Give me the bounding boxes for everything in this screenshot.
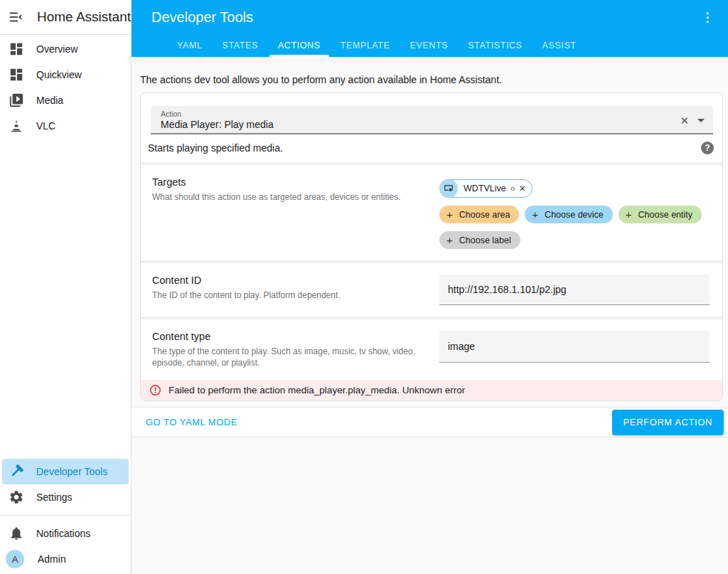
perform-action-button[interactable]: PERFORM ACTION [612, 410, 724, 435]
bell-icon [8, 525, 25, 542]
sidebar-item-label: Settings [36, 491, 73, 503]
tab-states[interactable]: STATES [213, 34, 268, 57]
sidebar-item-overview[interactable]: Overview [2, 36, 129, 62]
sidebar-bottom: Developer Tools Settings Notifications A… [0, 459, 131, 574]
app-title: Home Assistant [34, 9, 131, 25]
media-icon [8, 92, 25, 109]
clear-action-icon[interactable]: ✕ [680, 115, 689, 126]
tab-bar: YAML STATES ACTIONS TEMPLATE EVENTS STAT… [132, 34, 728, 57]
target-entity-chip[interactable]: WDTVLive ‹› ✕ [439, 179, 532, 198]
avatar: A [6, 550, 24, 568]
targets-description: What should this action use as targeted … [152, 191, 422, 203]
hammer-icon [8, 463, 25, 480]
tab-statistics[interactable]: STATISTICS [458, 34, 532, 57]
action-field-label: Action [161, 110, 680, 119]
sidebar-item-settings[interactable]: Settings [2, 484, 129, 510]
choose-entity-label: Choose entity [638, 210, 692, 220]
sidebar-item-label: Overview [36, 43, 77, 55]
sidebar-item-label: Notifications [36, 528, 90, 539]
vlc-cone-icon [8, 117, 25, 134]
expand-entity-icon[interactable]: ‹› [510, 184, 515, 193]
action-description: Starts playing specified media. [148, 142, 283, 154]
page-title: Developer Tools [151, 9, 253, 26]
sidebar-item-label: Media [36, 95, 63, 106]
action-card: Action Media Player: Play media ✕ Starts… [140, 92, 723, 401]
sidebar-item-vlc[interactable]: VLC [2, 113, 129, 139]
error-alert: Failed to perform the action media_playe… [141, 380, 722, 400]
app-root: Home Assistant Overview Quickview Media [0, 0, 728, 574]
plus-icon: + [446, 209, 453, 220]
go-to-yaml-mode-link[interactable]: GO TO YAML MODE [146, 417, 237, 427]
error-message: Failed to perform the action media_playe… [168, 385, 465, 395]
sidebar-item-label: Admin [38, 553, 66, 565]
choose-label-label: Choose label [459, 235, 511, 245]
selected-target-row: WDTVLive ‹› ✕ [439, 179, 711, 198]
sidebar-item-label: VLC [36, 120, 55, 132]
help-icon[interactable]: ? [701, 142, 714, 154]
sidebar-item-developer-tools[interactable]: Developer Tools [2, 459, 129, 484]
dashboard-icon [8, 41, 25, 58]
page-content: The actions dev tool allows you to perfo… [132, 57, 728, 574]
dashboard-icon [8, 66, 25, 83]
overflow-menu-icon[interactable]: ⋮ [697, 6, 718, 28]
sidebar-item-admin[interactable]: A Admin [2, 546, 129, 572]
action-picker-row: Action Media Player: Play media ✕ [141, 93, 722, 134]
choose-label-button[interactable]: + Choose label [439, 231, 520, 249]
remove-entity-icon[interactable]: ✕ [519, 184, 526, 193]
target-entity-name: WDTVLive [458, 184, 510, 193]
tab-assist[interactable]: ASSIST [532, 34, 587, 57]
media-player-icon [439, 179, 458, 198]
choose-area-button[interactable]: + Choose area [439, 206, 519, 223]
chevron-down-icon[interactable] [697, 119, 705, 122]
content-type-label: Content type [152, 331, 422, 342]
sidebar: Home Assistant Overview Quickview Media [0, 0, 132, 574]
choose-area-label: Choose area [459, 210, 510, 220]
sidebar-item-media[interactable]: Media [2, 87, 129, 113]
main-area: Developer Tools ⋮ YAML STATES ACTIONS TE… [132, 0, 728, 574]
gear-icon [8, 489, 25, 506]
plus-icon: + [446, 235, 453, 245]
content-type-section: Content type The type of the content to … [141, 317, 722, 380]
sidebar-item-notifications[interactable]: Notifications [2, 521, 129, 546]
choose-target-buttons: + Choose area + Choose device + Choose e… [439, 206, 711, 249]
action-select[interactable]: Action Media Player: Play media ✕ [151, 106, 713, 134]
content-id-label: Content ID [152, 275, 422, 286]
content-type-input[interactable] [439, 331, 710, 363]
action-footer-bar: GO TO YAML MODE PERFORM ACTION [132, 407, 728, 437]
tab-template[interactable]: TEMPLATE [331, 34, 400, 57]
action-description-row: Starts playing specified media. ? [141, 134, 722, 162]
sidebar-item-quickview[interactable]: Quickview [2, 62, 129, 87]
tab-actions[interactable]: ACTIONS [268, 34, 331, 57]
plus-icon: + [532, 209, 538, 220]
tab-yaml[interactable]: YAML [167, 34, 213, 57]
action-field-value: Media Player: Play media [161, 119, 680, 131]
content-id-section: Content ID The ID of the content to play… [141, 260, 722, 317]
sidebar-toggle-icon[interactable] [7, 9, 24, 26]
targets-label: Targets [152, 176, 422, 188]
intro-text: The actions dev tool allows you to perfo… [140, 74, 719, 85]
sidebar-nav: Overview Quickview Media VLC [0, 35, 131, 139]
sidebar-header: Home Assistant [0, 0, 131, 35]
choose-device-label: Choose device [545, 210, 604, 220]
plus-icon: + [626, 209, 632, 220]
content-id-input[interactable] [439, 275, 710, 305]
sidebar-divider [0, 515, 131, 516]
error-icon [149, 384, 161, 396]
sidebar-item-label: Quickview [36, 69, 82, 80]
tab-events[interactable]: EVENTS [400, 34, 459, 57]
sidebar-item-label: Developer Tools [36, 466, 107, 477]
targets-section: Targets What should this action use as t… [141, 162, 722, 260]
choose-device-button[interactable]: + Choose device [525, 206, 612, 223]
content-type-description: The type of the content to play. Such as… [152, 346, 422, 368]
choose-entity-button[interactable]: + Choose entity [619, 206, 702, 223]
content-id-description: The ID of the content to play. Platform … [152, 289, 422, 301]
app-header: Developer Tools ⋮ YAML STATES ACTIONS TE… [132, 0, 728, 57]
